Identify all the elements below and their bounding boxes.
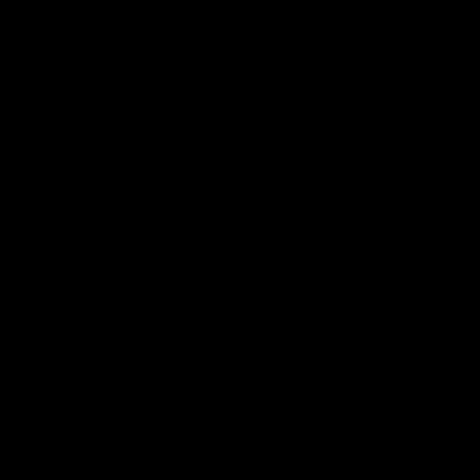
plot-area bbox=[24, 18, 452, 458]
data-point-marker bbox=[20, 454, 28, 462]
chart-frame bbox=[0, 0, 476, 476]
heatmap-canvas bbox=[24, 18, 452, 458]
crosshair-horizontal bbox=[24, 458, 452, 459]
crosshair-vertical bbox=[24, 18, 25, 458]
